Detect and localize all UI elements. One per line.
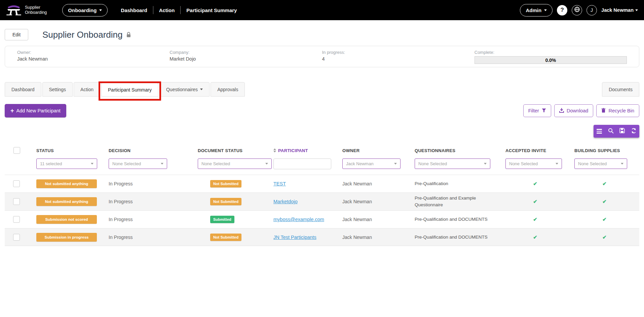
user-menu-button[interactable]: Jack Newman bbox=[601, 7, 638, 13]
info-in-progress: In progress: 4 bbox=[322, 50, 475, 63]
owner-cell: Jack Newman bbox=[338, 235, 410, 240]
tab-approvals-label: Approvals bbox=[217, 87, 238, 92]
grid-menu-button[interactable] bbox=[594, 125, 605, 138]
tab-questionnaires[interactable]: Questionnaires bbox=[159, 82, 210, 97]
download-icon bbox=[559, 108, 564, 114]
edit-button[interactable]: Edit bbox=[5, 29, 28, 40]
language-globe-button[interactable] bbox=[572, 5, 582, 15]
help-button[interactable]: ? bbox=[557, 5, 567, 15]
owner-cell: Jack Newman bbox=[338, 199, 410, 204]
building-supplies-filter-dropdown[interactable]: None Selected bbox=[574, 158, 627, 169]
row-checkbox[interactable] bbox=[13, 198, 20, 205]
select-all-checkbox[interactable] bbox=[13, 147, 20, 154]
company-label: Company: bbox=[169, 50, 322, 55]
tab-action[interactable]: Action bbox=[74, 82, 100, 97]
decision-filter-value: None Selected bbox=[112, 161, 141, 166]
tab-documents[interactable]: Documents bbox=[602, 82, 639, 97]
col-header-participant[interactable]: PARTICIPANT bbox=[269, 148, 338, 153]
chevron-down-icon bbox=[99, 9, 102, 11]
decision-cell: In Progress bbox=[104, 181, 193, 186]
accepted-invite-check-icon: ✔ bbox=[501, 181, 570, 187]
owner-filter-dropdown[interactable]: Jack Newman bbox=[342, 158, 401, 169]
document-status-badge: Not Submitted bbox=[210, 198, 241, 205]
accepted-invite-filter-dropdown[interactable]: None Selected bbox=[505, 158, 562, 169]
participant-link[interactable]: Marketdojo bbox=[273, 199, 298, 204]
user-avatar[interactable]: J bbox=[586, 5, 597, 15]
status-badge: Not submitted anything bbox=[36, 197, 97, 206]
status-filter-dropdown[interactable]: 11 selected bbox=[36, 158, 97, 169]
add-new-participant-label: Add New Participant bbox=[16, 108, 61, 113]
nav-link-action[interactable]: Action bbox=[153, 7, 181, 13]
accepted-invite-check-icon: ✔ bbox=[501, 234, 570, 240]
tab-dashboard[interactable]: Dashboard bbox=[5, 82, 41, 97]
navbar-links: Dashboard Action Participant Summary bbox=[115, 6, 242, 14]
participant-header-label: PARTICIPANT bbox=[278, 148, 308, 153]
document-status-badge: Submitted bbox=[210, 216, 234, 223]
grid-save-button[interactable] bbox=[616, 125, 628, 138]
page-title-text: Supplier Onboarding bbox=[42, 30, 123, 40]
decision-cell: In Progress bbox=[104, 235, 193, 240]
table-row: Not submitted anything In Progress Not S… bbox=[5, 192, 639, 210]
app-logo[interactable]: Supplier Onboarding bbox=[6, 3, 47, 17]
participant-link[interactable]: myboss@example.com bbox=[273, 217, 324, 222]
decision-filter-dropdown[interactable]: None Selected bbox=[109, 158, 167, 169]
tab-settings[interactable]: Settings bbox=[42, 82, 73, 97]
grid-search-button[interactable] bbox=[605, 125, 616, 138]
questionnaires-cell: Pre-Qualification and DOCUMENTS bbox=[410, 234, 501, 241]
building-supplies-check-icon: ✔ bbox=[570, 181, 639, 187]
document-status-filter-value: None Selected bbox=[201, 161, 230, 166]
tab-participant-summary[interactable]: Participant Summary bbox=[101, 82, 158, 97]
user-name-label: Jack Newman bbox=[601, 7, 634, 13]
admin-menu-button[interactable]: Admin bbox=[520, 4, 553, 16]
nav-link-participant-summary[interactable]: Participant Summary bbox=[181, 7, 242, 13]
col-header-accepted-invite: ACCEPTED INVITE bbox=[501, 148, 570, 153]
decision-cell: In Progress bbox=[104, 199, 193, 204]
company-value: Market Dojo bbox=[169, 56, 322, 62]
download-label: Download bbox=[567, 108, 589, 113]
col-header-owner: OWNER bbox=[338, 148, 410, 153]
col-header-building-supplies: BUILDING SUPPLIES bbox=[570, 148, 639, 153]
info-complete: Complete: 0.0% bbox=[475, 50, 627, 63]
tab-approvals[interactable]: Approvals bbox=[211, 82, 245, 97]
participant-filter-input[interactable] bbox=[273, 158, 331, 169]
questionnaires-filter-dropdown[interactable]: None Selected bbox=[415, 158, 490, 169]
completion-percent: 0.0% bbox=[545, 58, 556, 63]
complete-label: Complete: bbox=[475, 50, 627, 55]
tab-documents-label: Documents bbox=[609, 87, 633, 92]
table-row: Not submitted anything In Progress Not S… bbox=[5, 175, 639, 192]
refresh-icon bbox=[631, 128, 637, 135]
row-checkbox[interactable] bbox=[13, 234, 20, 241]
status-badge: Submission in progress bbox=[36, 233, 97, 242]
add-new-participant-button[interactable]: + Add New Participant bbox=[5, 104, 66, 117]
event-info-panel: Owner: Jack Newman Company: Market Dojo … bbox=[5, 46, 639, 67]
col-header-status: STATUS bbox=[32, 148, 104, 153]
building-supplies-check-icon: ✔ bbox=[570, 199, 639, 205]
owner-value: Jack Newman bbox=[17, 56, 169, 62]
filter-label: Filter bbox=[528, 108, 539, 113]
onboarding-menu-button[interactable]: Onboarding bbox=[62, 4, 108, 16]
chevron-down-icon bbox=[484, 163, 487, 165]
chevron-down-icon bbox=[556, 163, 558, 165]
download-button[interactable]: Download bbox=[554, 104, 594, 117]
accepted-invite-check-icon: ✔ bbox=[501, 199, 570, 205]
nav-link-dashboard[interactable]: Dashboard bbox=[115, 7, 153, 13]
recycle-bin-button[interactable]: Recycle Bin bbox=[596, 104, 639, 117]
accepted-invite-filter-value: None Selected bbox=[509, 161, 538, 166]
participant-link[interactable]: TEST bbox=[273, 181, 286, 186]
participant-link[interactable]: JN Test Participants bbox=[273, 235, 316, 240]
status-filter-value: 11 selected bbox=[40, 161, 62, 166]
status-badge: Submission not scored bbox=[36, 215, 97, 224]
avatar-initial: J bbox=[591, 7, 593, 13]
building-supplies-filter-value: None Selected bbox=[578, 161, 607, 166]
info-company: Company: Market Dojo bbox=[169, 50, 322, 63]
row-checkbox[interactable] bbox=[13, 180, 20, 187]
question-mark-icon: ? bbox=[560, 7, 564, 13]
filter-button[interactable]: Filter bbox=[523, 104, 551, 117]
document-status-filter-dropdown[interactable]: None Selected bbox=[198, 158, 272, 169]
questionnaires-cell: Pre-Qualification and DOCUMENTS bbox=[410, 216, 501, 223]
tab-action-label: Action bbox=[80, 87, 93, 92]
row-checkbox[interactable] bbox=[13, 216, 20, 223]
grid-refresh-button[interactable] bbox=[628, 125, 639, 138]
grid-toolbar bbox=[594, 125, 639, 138]
search-icon bbox=[608, 128, 614, 135]
